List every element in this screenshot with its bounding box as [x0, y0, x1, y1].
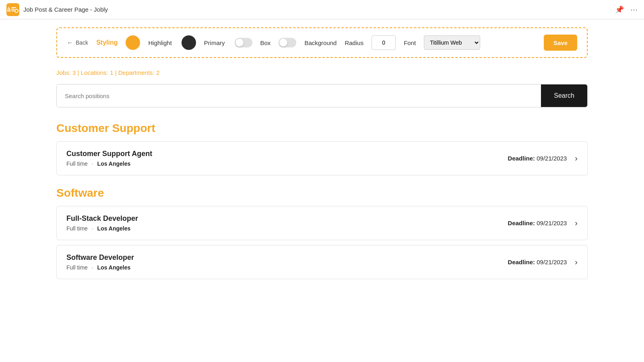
back-label: Back: [76, 39, 88, 46]
radius-label: Radius: [345, 39, 363, 46]
job-card-0-0[interactable]: Customer Support AgentFull time · Los An…: [56, 141, 588, 175]
svg-rect-0: [11, 7, 16, 8]
dept-title-1: Software: [56, 187, 588, 200]
pin-icon[interactable]: 📌: [615, 5, 624, 14]
save-button[interactable]: Save: [544, 35, 577, 51]
job-card-right: Deadline: 09/21/2023›: [508, 257, 578, 267]
highlight-label: Highlight: [148, 39, 171, 46]
topbar-left: à Job Post & Career Page - Jobly: [6, 3, 108, 16]
stats-line: Jobs: 3 | Locations: 1 | Departments: 2: [56, 69, 588, 76]
primary-label: Primary: [204, 39, 225, 46]
job-card-right: Deadline: 09/21/2023›: [508, 154, 578, 163]
job-location: Los Angeles: [97, 264, 131, 271]
svg-rect-1: [11, 9, 14, 10]
job-type: Full time: [66, 225, 88, 232]
app-logo: à: [6, 3, 19, 16]
job-card-right: Deadline: 09/21/2023›: [508, 218, 578, 228]
main-content: ← Back Styling Highlight Primary Box Bac…: [0, 19, 644, 362]
background-toggle[interactable]: [279, 38, 296, 47]
job-card-1-0[interactable]: Full-Stack DeveloperFull time · Los Ange…: [56, 206, 588, 240]
job-location: Los Angeles: [97, 160, 131, 167]
highlight-color-swatch[interactable]: [126, 35, 140, 50]
job-title: Full-Stack Developer: [66, 214, 138, 223]
back-button[interactable]: ← Back: [67, 39, 88, 46]
job-type: Full time: [66, 264, 88, 271]
font-label: Font: [404, 39, 416, 46]
toggle-knob-2: [279, 39, 287, 47]
styling-label: Styling: [96, 39, 118, 46]
topbar: à Job Post & Career Page - Jobly 📌 ⋯: [0, 0, 644, 19]
primary-color-swatch[interactable]: [182, 35, 196, 50]
dot-separator: ·: [90, 225, 95, 232]
logo-icon: à: [7, 6, 11, 13]
job-deadline: Deadline: 09/21/2023: [508, 155, 567, 162]
job-card-1-1[interactable]: Software DeveloperFull time · Los Angele…: [56, 245, 588, 279]
job-type: Full time: [66, 160, 88, 167]
topbar-right: 📌 ⋯: [615, 5, 638, 14]
job-meta: Full time · Los Angeles: [66, 160, 152, 167]
job-meta: Full time · Los Angeles: [66, 225, 138, 232]
dept-title-0: Customer Support: [56, 122, 588, 135]
job-title: Software Developer: [66, 253, 134, 262]
svg-point-3: [15, 9, 18, 12]
dot-separator: ·: [90, 160, 95, 167]
job-deadline: Deadline: 09/21/2023: [508, 259, 567, 265]
box-label: Box: [260, 39, 271, 46]
search-input[interactable]: [57, 84, 541, 107]
dot-separator: ·: [90, 264, 95, 271]
logo-svg: [10, 6, 19, 14]
font-select[interactable]: Titillium Web Roboto Open Sans Lato Mont…: [424, 35, 480, 50]
job-card-left: Software DeveloperFull time · Los Angele…: [66, 253, 134, 271]
job-card-left: Customer Support AgentFull time · Los An…: [66, 150, 152, 167]
chevron-right-icon: ›: [575, 257, 578, 267]
job-title: Customer Support Agent: [66, 150, 152, 158]
dept-section-0: Customer SupportCustomer Support AgentFu…: [56, 122, 588, 175]
dept-section-1: SoftwareFull-Stack DeveloperFull time · …: [56, 187, 588, 279]
chevron-right-icon: ›: [575, 218, 578, 228]
search-button[interactable]: Search: [541, 84, 587, 107]
more-icon[interactable]: ⋯: [630, 5, 638, 14]
styling-toolbar: ← Back Styling Highlight Primary Box Bac…: [56, 27, 588, 58]
search-bar: Search: [56, 84, 588, 107]
toggle-knob: [235, 39, 244, 47]
chevron-right-icon: ›: [575, 154, 578, 163]
job-card-left: Full-Stack DeveloperFull time · Los Ange…: [66, 214, 138, 232]
radius-input[interactable]: [372, 35, 396, 50]
box-toggle[interactable]: [235, 38, 252, 47]
background-label: Background: [304, 39, 336, 46]
departments-container: Customer SupportCustomer Support AgentFu…: [56, 122, 588, 279]
job-deadline: Deadline: 09/21/2023: [508, 220, 567, 226]
app-title: Job Post & Career Page - Jobly: [23, 6, 108, 13]
back-arrow-icon: ←: [67, 39, 73, 46]
job-location: Los Angeles: [97, 225, 131, 232]
job-meta: Full time · Los Angeles: [66, 264, 134, 271]
